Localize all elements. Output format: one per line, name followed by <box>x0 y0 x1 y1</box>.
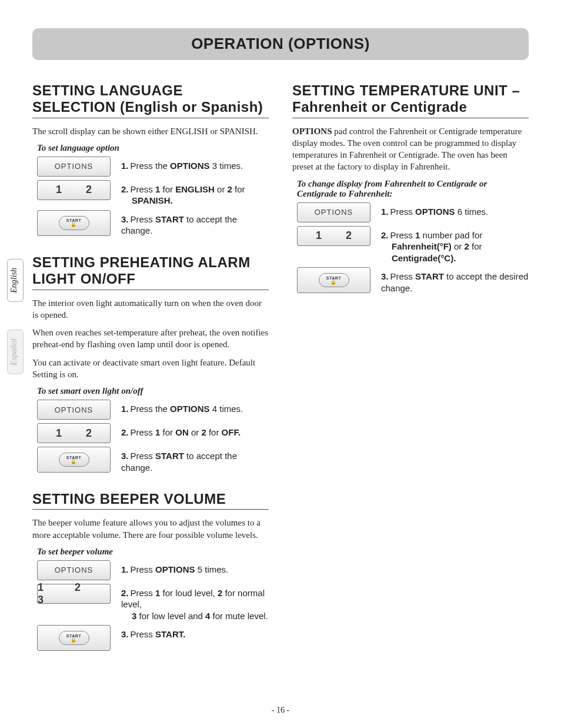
heading-preheat: SETTING PREHEATING ALARM LIGHT ON/OFF <box>32 254 269 290</box>
step-text: 3.Press START to accept the change. <box>121 447 269 473</box>
lock-icon: 🔒 <box>71 638 77 643</box>
right-column: SETTING TEMPERATURE UNIT – Fahrenheit or… <box>292 77 529 654</box>
para: You can activate or deactivate smart ove… <box>32 357 269 381</box>
options-button: OPTIONS <box>37 157 111 177</box>
step-text: 2.Press 1 for loud level, 2 for normal l… <box>121 584 269 622</box>
options-button: OPTIONS <box>297 202 370 222</box>
para: When oven reaches set-temperature after … <box>32 327 269 351</box>
content-columns: SETTING LANGUAGE SELECTION (English or S… <box>32 77 529 654</box>
options-button: OPTIONS <box>37 560 111 580</box>
para: The beeper volume feature allows you to … <box>32 517 269 541</box>
step-text: 1.Press OPTIONS 5 times. <box>121 560 269 576</box>
subhead: To change display from Fahrenheit to Cen… <box>297 179 529 199</box>
subhead: To set beeper volume <box>37 547 269 557</box>
left-column: SETTING LANGUAGE SELECTION (English or S… <box>32 77 269 654</box>
step-text: 2.Press 1 number pad for Fahrenheit(°F) … <box>381 226 529 264</box>
heading-tempunit: SETTING TEMPERATURE UNIT – Fahrenheit or… <box>292 82 529 118</box>
step-row: OPTIONS 1.Press OPTIONS 5 times. <box>32 560 269 580</box>
step-text: 1.Press the OPTIONS 4 times. <box>121 400 269 415</box>
numpad-1-2: 1 2 <box>297 226 370 246</box>
tab-espanol[interactable]: Español <box>7 330 24 374</box>
page-number: - 16 - <box>0 706 561 715</box>
tab-english[interactable]: English <box>7 259 24 302</box>
step-row: 1 2 2.Press 1 number pad for Fahrenheit(… <box>292 226 529 264</box>
step-row: 1 2 2.Press 1 for ENGLISH or 2 for SPANI… <box>32 180 269 207</box>
start-button: START🔒 <box>37 625 111 651</box>
step-row: OPTIONS 1.Press OPTIONS 6 times. <box>292 202 529 222</box>
subhead: To set smart oven light on/off <box>37 386 269 396</box>
options-button: OPTIONS <box>37 400 111 420</box>
subhead: To set language option <box>37 143 269 153</box>
step-text: 2.Press 1 for ENGLISH or 2 for SPANISH. <box>121 180 269 207</box>
step-text: 3.Press START. <box>121 625 269 640</box>
step-row: OPTIONS 1.Press the OPTIONS 4 times. <box>32 400 269 420</box>
step-row: START🔒 3.Press START to accept the desir… <box>292 267 529 294</box>
step-row: 1 2 2.Press 1 for ON or 2 for OFF. <box>32 423 269 443</box>
step-text: 3.Press START to accept the change. <box>121 210 269 237</box>
lock-icon: 🔒 <box>71 460 77 464</box>
numpad-1-2: 1 2 <box>37 423 111 443</box>
para: The scroll display can be shown either E… <box>32 125 269 137</box>
start-button: START🔒 <box>297 267 370 293</box>
numpad-1-2-3: 1 2 3 <box>37 584 111 604</box>
lock-icon: 🔒 <box>71 222 77 227</box>
step-row: START🔒 3.Press START. <box>32 625 269 651</box>
lock-icon: 🔒 <box>330 280 337 285</box>
step-text: 3.Press START to accept the desired chan… <box>381 267 529 294</box>
step-row: START🔒 3.Press START to accept the chang… <box>32 210 269 237</box>
para: OPTIONS pad control the Fahrenheit or Ce… <box>292 125 529 173</box>
start-button: START🔒 <box>37 447 111 473</box>
heading-language: SETTING LANGUAGE SELECTION (English or S… <box>32 82 269 118</box>
step-text: 1.Press OPTIONS 6 times. <box>381 202 529 218</box>
step-row: 1 2 3 2.Press 1 for loud level, 2 for no… <box>32 584 269 622</box>
step-row: OPTIONS 1.Press the OPTIONS 3 times. <box>32 157 269 177</box>
step-text: 2.Press 1 for ON or 2 for OFF. <box>121 423 269 438</box>
start-button: START🔒 <box>37 210 111 236</box>
para: The interior oven light automatically tu… <box>32 297 269 321</box>
step-text: 1.Press the OPTIONS 3 times. <box>121 157 269 172</box>
heading-beeper: SETTING BEEPER VOLUME <box>32 491 269 510</box>
step-row: START🔒 3.Press START to accept the chang… <box>32 447 269 473</box>
page-banner: OPERATION (OPTIONS) <box>32 28 529 60</box>
numpad-1-2: 1 2 <box>37 180 111 200</box>
